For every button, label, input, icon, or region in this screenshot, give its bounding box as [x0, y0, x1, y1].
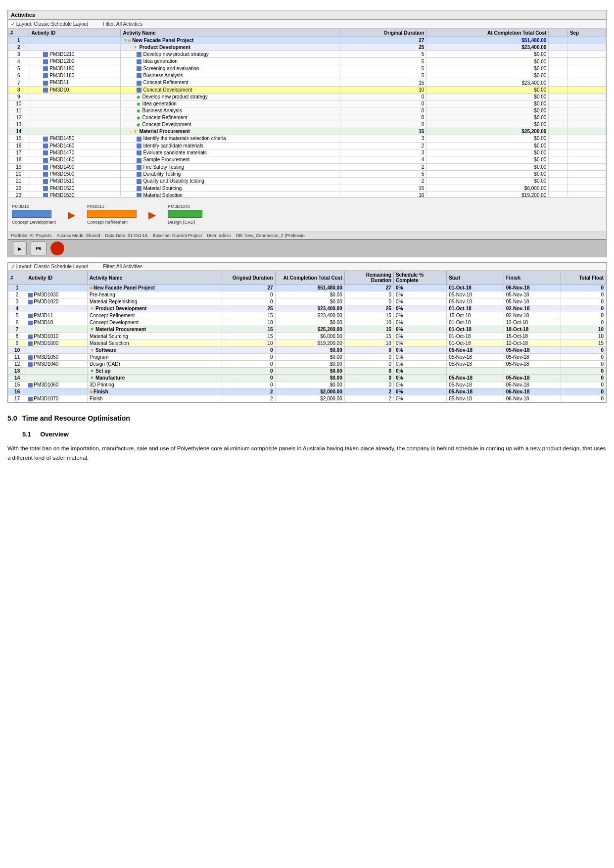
table-row[interactable]: 17 PM3D1470 Evaluate candidate materials…	[8, 149, 606, 156]
table-row[interactable]: 20 PM3D1500 Durability Testing 5 $0.00	[8, 170, 606, 177]
table-row[interactable]: 1 ■New Facade Panel Project 27 $51,480.0…	[8, 285, 606, 291]
s-row-rem: 0	[344, 382, 393, 388]
s-row-num: 9	[8, 340, 26, 347]
s-row-float: 15	[561, 340, 606, 347]
s-row-float: 0	[561, 388, 606, 395]
s-row-start: 05-Nov-18	[447, 291, 504, 298]
row-arrow	[549, 107, 568, 114]
s-row-sched: 0%	[393, 340, 446, 347]
table-row[interactable]: 5 PM3D1190 Screening and evaluation 5 $0…	[8, 65, 606, 72]
row-num: 17	[8, 149, 29, 156]
row-actid: PM3D1210	[29, 51, 121, 58]
col-arrow	[549, 29, 568, 37]
table-row[interactable]: 12 PM3D1040 Design (CAD) 0 $0.00 0 0% 05…	[8, 361, 606, 368]
row-actname: ◆Concept Refinement	[121, 114, 340, 121]
row-origdur: 5	[340, 170, 426, 177]
row-sep	[567, 178, 606, 185]
table-row[interactable]: 19 PM3D1490 Fire Safety Testing 2 $0.00	[8, 163, 606, 170]
gantt-area: PM3D10 Concept Development ▶ PM3D11 Conc…	[8, 197, 606, 232]
row-num: 22	[8, 185, 29, 192]
row-actid: PM3D1180	[29, 72, 121, 79]
row-actname: Durability Testing	[121, 170, 340, 177]
table-row[interactable]: 15 PM3D1060 3D Printing 0 $0.00 0 0% 05-…	[8, 382, 606, 388]
gantt-arrow-1: ▶	[66, 209, 77, 221]
s-row-rem: 0	[344, 347, 393, 354]
filter-label: Filter: All Activities	[103, 21, 142, 27]
row-atcomp: $0.00	[426, 135, 549, 142]
s-row-name: ▼Manufacture	[88, 375, 222, 382]
row-actname: ◆Concept Development	[121, 121, 340, 128]
table-row[interactable]: 14 - ▼Material Procurement 15 $25,200.00	[8, 128, 606, 135]
s-row-num: 15	[8, 382, 26, 388]
s-col-finish: Finish	[504, 271, 561, 285]
row-origdur: 2	[340, 163, 426, 170]
row-arrow	[549, 142, 568, 149]
table-row[interactable]: 7 PM3D11 Concept Refinement 15 $23,400.0…	[8, 79, 606, 86]
overview-paragraph: With the total ban on the importation, m…	[7, 444, 607, 463]
table-row[interactable]: 10 ◆Idea generation 0 $0.00	[8, 100, 606, 107]
table-row[interactable]: 5 PM3D11 Concept Refinement 15 $23,400.0…	[8, 312, 606, 319]
row-arrow	[549, 156, 568, 163]
table-row[interactable]: 6 PM3D1180 Business Analysis 5 $0.00	[8, 72, 606, 79]
s-row-sched: 0%	[393, 347, 446, 354]
s-row-sched: 0%	[393, 326, 446, 333]
table-row[interactable]: 4 PM3D1200 Idea generation 5 $0.00	[8, 58, 606, 65]
table-row[interactable]: 16 PM3D1460 Identify candidate materials…	[8, 142, 606, 149]
table-row[interactable]: 15 PM3D1450 Identify the materials selec…	[8, 135, 606, 142]
taskbar-close-btn[interactable]	[50, 241, 64, 255]
table-row[interactable]: 2 PM3D1030 Pre-heating 0 $0.00 0 0% 05-N…	[8, 291, 606, 298]
layout-label[interactable]: ✓ Layout: Classic Schedule Layout	[11, 21, 88, 27]
s-row-orig: 0	[222, 291, 275, 298]
s-row-id	[26, 347, 88, 354]
table-row[interactable]: 18 PM3D1480 Sample Procurement 4 $0.00	[8, 156, 606, 163]
s-row-sched: 0%	[393, 375, 446, 382]
table-row[interactable]: 9 PM3D1000 Material Selection 10 $19,200…	[8, 340, 606, 347]
table-row[interactable]: 14 ▼Manufacture 0 $0.00 0 0% 05-Nov-18 0…	[8, 375, 606, 382]
s-row-id: PM3D1000	[26, 340, 88, 347]
row-actname: Sample Procurement	[121, 156, 340, 163]
table-row[interactable]: 8 PM3D10 Concept Development 10 $0.00	[8, 86, 606, 93]
table-row[interactable]: 8 PM3D1010 Material Sourcing 15 $6,000.0…	[8, 333, 606, 340]
table-row[interactable]: 4 ▼Product Development 25 $23,400.00 25 …	[8, 305, 606, 312]
table-row[interactable]: 17 PM3D1070 Finish 2 $2,000.00 2 0% 05-N…	[8, 395, 606, 402]
row-atcomp: $0.00	[426, 170, 549, 177]
second-toolbar: ✓ Layout: Classic Schedule Layout Filter…	[8, 263, 606, 271]
s-row-atcomp: $0.00	[275, 354, 344, 361]
table-row[interactable]: 9 ◆Develop new product strategy 0 $0.00	[8, 94, 606, 100]
table-row[interactable]: 16 ■Finish 2 $2,000.00 2 0% 05-Nov-18 06…	[8, 388, 606, 395]
row-arrow	[549, 37, 568, 44]
table-row[interactable]: 21 PM3D1510 Quality and Usability testin…	[8, 178, 606, 185]
row-num: 12	[8, 114, 29, 121]
table-row[interactable]: 23 PM3D1530 Material Selection 10 $19,20…	[8, 192, 606, 197]
taskbar-p6-btn[interactable]: P6	[31, 241, 47, 255]
taskbar-start-btn[interactable]: ▶	[13, 241, 27, 255]
table-row[interactable]: 12 ◆Concept Refinement 0 $0.00	[8, 114, 606, 121]
s-row-num: 17	[8, 395, 26, 402]
row-atcomp: $0.00	[426, 86, 549, 93]
s-row-finish: 12-Oct-18	[504, 319, 561, 326]
row-actid	[29, 100, 121, 107]
table-row[interactable]: 2 - ▼Product Development 25 $23,400.00	[8, 44, 606, 51]
table-row[interactable]: 11 ◆Business Analysis 0 $0.00	[8, 107, 606, 114]
row-sep	[567, 156, 606, 163]
row-sep	[567, 37, 606, 44]
table-row[interactable]: 11 PM3D1050 Program 0 $0.00 0 0% 05-Nov-…	[8, 354, 606, 361]
table-row[interactable]: 1 ▼■New Facade Panel Project 27 $51,480.…	[8, 37, 606, 44]
row-sep	[567, 149, 606, 156]
second-filter-label: Filter: All Activities	[103, 264, 142, 269]
row-sep	[567, 170, 606, 177]
table-row[interactable]: 13 ◆Concept Development 0 $0.00	[8, 121, 606, 128]
table-row[interactable]: 7 ▼Material Procurement 15 $25,200.00 15…	[8, 326, 606, 333]
table-row[interactable]: 10 ▼Software 0 $0.00 0 0% 05-Nov-18 05-N…	[8, 347, 606, 354]
row-atcomp: $0.00	[426, 72, 549, 79]
s-row-finish: 05-Nov-18	[504, 375, 561, 382]
row-sep	[567, 135, 606, 142]
row-num: 23	[8, 192, 29, 197]
table-row[interactable]: 6 PM3D10 Concept Development 10 $0.00 10…	[8, 319, 606, 326]
table-row[interactable]: 3 PM3D1210 Develop new product strategy …	[8, 51, 606, 58]
second-layout-label[interactable]: ✓ Layout: Classic Schedule Layout	[11, 264, 88, 269]
table-row[interactable]: 22 PM3D1520 Material Sourcing 15 $6,000.…	[8, 185, 606, 192]
table-row[interactable]: 13 ▼Set up 0 $0.00 0 0% 0	[8, 368, 606, 375]
row-num: 2	[8, 44, 29, 51]
table-row[interactable]: 3 PM3D1020 Material Replenishing 0 $0.00…	[8, 298, 606, 305]
